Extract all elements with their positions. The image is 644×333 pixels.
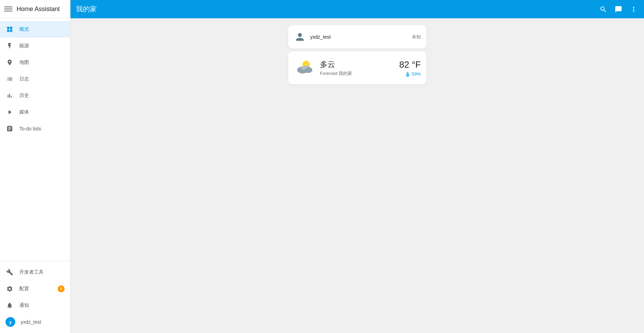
search-icon[interactable] xyxy=(598,4,608,14)
weather-location-prefix: Forecast xyxy=(320,71,338,76)
weather-card[interactable]: 多云 Forecast 我的家 82 °F 💧 59% xyxy=(288,51,426,85)
bell-icon xyxy=(6,301,14,310)
weather-condition: 多云 xyxy=(320,59,395,70)
sidebar-item-overview[interactable]: 概览 xyxy=(0,21,70,38)
svg-rect-4 xyxy=(300,70,311,73)
map-icon xyxy=(6,58,14,67)
person-icon xyxy=(294,31,306,43)
humidity-value: 59% xyxy=(412,71,421,77)
more-options-icon[interactable] xyxy=(629,4,638,14)
sidebar-header: Home Assistant xyxy=(0,0,70,18)
wrench-icon xyxy=(6,268,14,276)
main-content: 我的家 xyxy=(70,0,644,333)
humidity-icon: 💧 xyxy=(405,71,410,77)
cards-container: yxdz_test 未知 xyxy=(288,24,426,327)
gear-icon xyxy=(6,285,14,293)
sidebar-item-todo[interactable]: To-do lists xyxy=(0,120,70,137)
sidebar: Home Assistant 概览 能源 xyxy=(0,0,70,333)
assist-icon[interactable] xyxy=(614,4,623,14)
sidebar-item-config[interactable]: 配置 3 xyxy=(0,281,70,297)
sidebar-nav: 概览 能源 地图 日志 xyxy=(0,18,70,261)
list-icon xyxy=(6,75,14,83)
weather-humidity: 💧 59% xyxy=(399,71,421,77)
sidebar-item-media-label: 媒体 xyxy=(19,109,29,115)
sidebar-item-media[interactable]: 媒体 xyxy=(0,104,70,120)
sidebar-item-overview-label: 概览 xyxy=(19,26,29,32)
hamburger-menu-icon[interactable] xyxy=(4,5,12,13)
weather-location-name: 我的家 xyxy=(339,71,352,76)
sidebar-item-notifications[interactable]: 通知 xyxy=(0,297,70,314)
grid-icon xyxy=(6,25,14,33)
sidebar-item-devtools[interactable]: 开发者工具 xyxy=(0,264,70,281)
weather-icon xyxy=(294,57,316,79)
weather-location: Forecast 我的家 xyxy=(320,70,395,77)
sidebar-item-log-label: 日志 xyxy=(19,76,29,82)
weather-info: 多云 Forecast 我的家 xyxy=(320,59,395,77)
checklist-icon xyxy=(6,125,14,133)
sidebar-item-config-label: 配置 xyxy=(19,286,29,292)
sidebar-item-energy-label: 能源 xyxy=(19,43,29,49)
sidebar-item-log[interactable]: 日志 xyxy=(0,71,70,87)
person-status: 未知 xyxy=(412,34,421,40)
sidebar-bottom: 开发者工具 配置 3 通知 y yxdz_test xyxy=(0,261,70,333)
user-avatar: y xyxy=(6,317,15,327)
sidebar-item-notifications-label: 通知 xyxy=(19,302,29,308)
weather-temp-container: 82 °F 💧 59% xyxy=(399,59,421,77)
bar-chart-icon xyxy=(6,91,14,100)
sidebar-item-user[interactable]: y yxdz_test xyxy=(0,314,70,330)
sidebar-item-devtools-label: 开发者工具 xyxy=(19,269,44,275)
person-name: yxdz_test xyxy=(310,34,408,40)
topbar-actions xyxy=(598,4,638,14)
topbar: 我的家 xyxy=(70,0,644,18)
content-area: yxdz_test 未知 xyxy=(70,18,644,333)
sidebar-item-user-label: yxdz_test xyxy=(21,319,41,325)
sidebar-item-history-label: 历史 xyxy=(19,92,29,99)
weather-temperature: 82 °F xyxy=(399,59,421,70)
app-title: Home Assistant xyxy=(17,6,60,13)
sidebar-item-energy[interactable]: 能源 xyxy=(0,38,70,54)
sidebar-item-todo-label: To-do lists xyxy=(19,126,41,131)
person-card[interactable]: yxdz_test 未知 xyxy=(288,25,426,49)
sidebar-item-history[interactable]: 历史 xyxy=(0,87,70,104)
sidebar-item-map[interactable]: 地图 xyxy=(0,54,70,71)
bolt-icon xyxy=(6,42,14,50)
config-badge: 3 xyxy=(58,285,65,292)
sidebar-item-map-label: 地图 xyxy=(19,59,29,66)
page-title: 我的家 xyxy=(76,4,598,14)
play-icon xyxy=(6,108,14,116)
